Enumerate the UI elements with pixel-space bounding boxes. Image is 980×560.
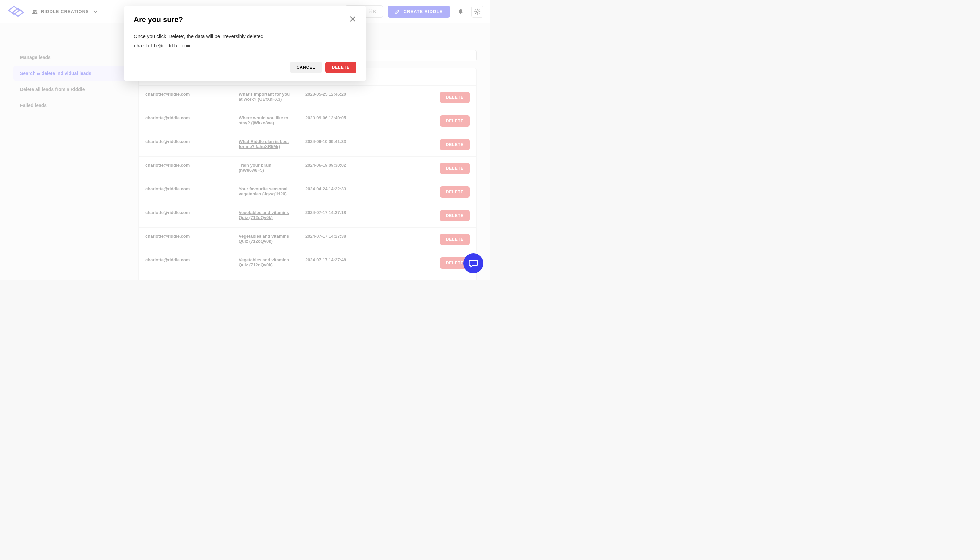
modal-message: Once you click 'Delete', the data will b… — [134, 33, 356, 39]
modal-target-email: charlotte@riddle.com — [134, 43, 356, 48]
modal-close-button[interactable] — [349, 15, 356, 24]
cancel-button[interactable]: CANCEL — [290, 62, 322, 73]
confirm-delete-button[interactable]: DELETE — [325, 62, 356, 73]
close-icon — [349, 15, 356, 23]
modal-footer: CANCEL DELETE — [134, 62, 356, 73]
modal-title: Are you sure? — [134, 15, 183, 24]
modal-header: Are you sure? — [134, 15, 356, 24]
confirm-delete-modal: Are you sure? Once you click 'Delete', t… — [124, 6, 366, 81]
chat-support-button[interactable] — [463, 253, 483, 273]
chat-icon — [468, 258, 478, 268]
modal-overlay[interactable]: Are you sure? Once you click 'Delete', t… — [0, 0, 490, 280]
